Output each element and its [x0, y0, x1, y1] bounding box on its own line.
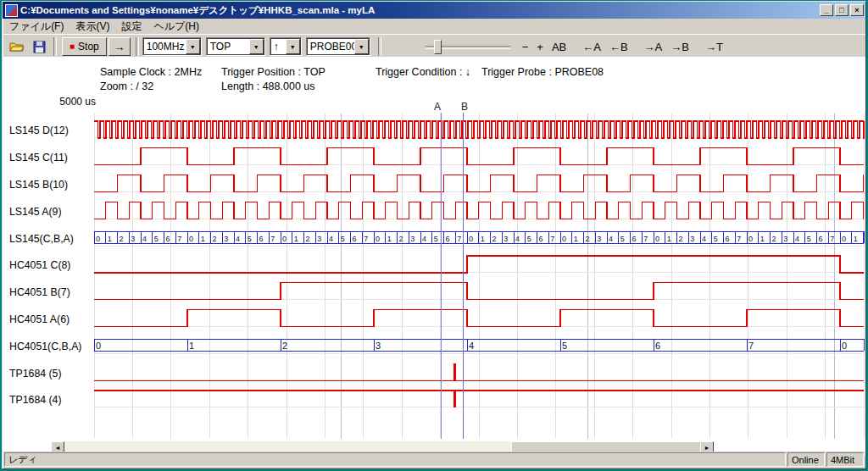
- toolbar: ■ Stop → 100MHz ▼ TOP ▼ ↑ ▼ PROBE00 ▼ − …: [3, 34, 865, 58]
- bus-value: 0: [842, 235, 846, 243]
- trigger-position-select[interactable]: TOP ▼: [206, 37, 265, 56]
- trigger-edge-value: ↑: [270, 41, 286, 53]
- bus-value: 3: [504, 235, 508, 243]
- bus-value: 1: [574, 235, 578, 243]
- bus-value: 2: [306, 235, 310, 243]
- move-cursor-a-button[interactable]: →A: [641, 38, 666, 56]
- zoom-slider-handle[interactable]: [434, 40, 442, 54]
- window-title: C:¥Documents and Settings¥noname¥デスクトップ¥…: [20, 4, 816, 17]
- bus-value: 0: [655, 235, 659, 243]
- dropdown-arrow-icon[interactable]: ▼: [354, 39, 369, 54]
- toolbar-separator: [53, 37, 57, 56]
- toolbar-separator: [136, 37, 139, 56]
- channel-label: TP1684 (5): [9, 368, 62, 380]
- dropdown-arrow-icon[interactable]: ▼: [186, 39, 200, 54]
- bus-value: 4: [515, 235, 520, 243]
- bus-value: 6: [259, 235, 264, 243]
- minimize-button[interactable]: _: [820, 4, 833, 16]
- status-bar: レディ Online 4MBit: [3, 452, 865, 468]
- stop-icon: ■: [70, 42, 75, 51]
- bus-value: 0: [96, 341, 101, 351]
- channel-label: LS145 C(11): [9, 152, 68, 163]
- maximize-button[interactable]: □: [835, 4, 849, 16]
- bus-value: 7: [748, 341, 754, 351]
- channel-label: LS145(C,B,A): [9, 233, 74, 245]
- bus-value: 5: [714, 235, 718, 243]
- app-window: C:¥Documents and Settings¥noname¥デスクトップ¥…: [2, 1, 866, 469]
- save-file-button[interactable]: [28, 36, 50, 57]
- bus-value: 6: [819, 235, 823, 243]
- bus-value: 6: [353, 235, 357, 243]
- channel-label: LS145 B(10): [9, 179, 68, 191]
- bus-value: 6: [166, 235, 170, 243]
- channel-label: TP1684 (4): [9, 394, 62, 406]
- bus-value: 0: [469, 235, 473, 243]
- bus-value: 4: [329, 235, 333, 243]
- channel-label: HC4051 A(6): [9, 313, 70, 325]
- bus-value: 1: [854, 235, 858, 243]
- menu-settings[interactable]: 設定: [115, 19, 147, 35]
- bus-value: 0: [562, 235, 566, 243]
- bus-value: 7: [457, 235, 461, 243]
- bus-value: 6: [446, 235, 450, 243]
- bus-value: 0: [282, 235, 287, 243]
- menu-file[interactable]: ファイル(F): [3, 19, 70, 35]
- zoom-slider[interactable]: [426, 39, 510, 54]
- goto-trigger-button[interactable]: →T: [702, 38, 726, 56]
- bus-value: 5: [807, 235, 811, 243]
- dropdown-arrow-icon[interactable]: ▼: [249, 39, 264, 54]
- goto-cursor-a-button[interactable]: ←A: [579, 38, 604, 56]
- zoom-in-button[interactable]: +: [533, 38, 547, 56]
- trigger-edge-select[interactable]: ↑ ▼: [270, 37, 302, 56]
- bus-value: 5: [248, 235, 252, 243]
- bus-value: 3: [376, 341, 381, 351]
- bus-value: 3: [317, 235, 321, 243]
- bus-value: 3: [224, 235, 228, 243]
- bus-value: 4: [142, 235, 147, 243]
- bus-value: 1: [481, 235, 485, 243]
- bus-value: 3: [783, 235, 787, 243]
- cursor-ab-button[interactable]: AB: [548, 38, 570, 56]
- channel-label: HC4051 C(8): [9, 259, 70, 271]
- bus-value: 0: [376, 235, 380, 243]
- open-folder-icon: [9, 41, 25, 53]
- floppy-disk-icon: [33, 41, 46, 53]
- sample-clock-select[interactable]: 100MHz ▼: [142, 37, 202, 56]
- status-memory: 4MBit: [826, 452, 864, 467]
- bus-value: 2: [492, 235, 497, 243]
- title-bar[interactable]: C:¥Documents and Settings¥noname¥デスクトップ¥…: [3, 2, 865, 19]
- bus-value: 6: [726, 235, 730, 243]
- dropdown-arrow-icon[interactable]: ▼: [286, 39, 300, 54]
- menu-view[interactable]: 表示(V): [70, 19, 115, 35]
- run-button[interactable]: →: [108, 37, 131, 56]
- app-icon: [5, 4, 18, 17]
- bus-value: 7: [364, 235, 368, 243]
- sample-clock-info: Sample Clock : 2MHz: [100, 66, 202, 78]
- open-file-button[interactable]: [6, 36, 28, 57]
- close-button[interactable]: ×: [850, 4, 864, 16]
- bus-value: 1: [201, 235, 205, 243]
- timescale-label: 5000 us: [59, 96, 96, 108]
- bus-value: 5: [154, 235, 159, 243]
- move-cursor-b-button[interactable]: →B: [667, 38, 693, 56]
- bus-value: 4: [795, 235, 799, 243]
- goto-cursor-b-button[interactable]: ←B: [606, 38, 632, 56]
- bus-value: 2: [282, 341, 287, 351]
- waveform-panel: 5000 usLS145 D(12)LS145 C(11)LS145 B(10)…: [3, 57, 865, 457]
- bus-value: 3: [690, 235, 694, 243]
- bus-value: 1: [108, 235, 112, 243]
- bus-value: 2: [679, 235, 683, 243]
- bus-value: 4: [422, 235, 426, 243]
- bus-value: 6: [632, 235, 637, 243]
- cursor-a-label: A: [434, 101, 441, 113]
- trigger-probe-select[interactable]: PROBE00 ▼: [306, 37, 370, 56]
- stop-button[interactable]: ■ Stop: [62, 37, 107, 56]
- zoom-info: Zoom : / 32: [100, 80, 153, 92]
- zoom-out-button[interactable]: −: [519, 38, 532, 56]
- bus-value: 7: [737, 235, 741, 243]
- waveform-canvas[interactable]: 5000 usLS145 D(12)LS145 C(11)LS145 B(10)…: [3, 57, 865, 457]
- bus-value: 2: [120, 235, 124, 243]
- menu-help[interactable]: ヘルプ(H): [147, 19, 205, 35]
- bus-value: 4: [469, 341, 474, 351]
- cursor-b-label: B: [461, 101, 468, 113]
